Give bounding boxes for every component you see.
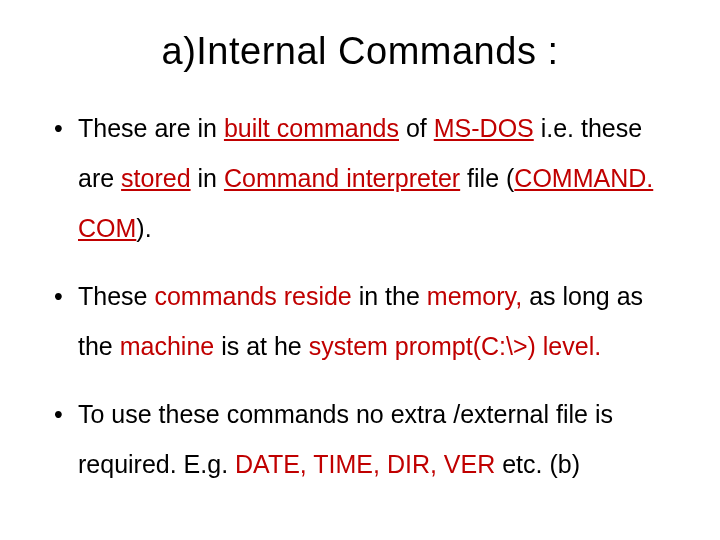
text: These: [78, 282, 154, 310]
text: in: [191, 164, 224, 192]
text-stored: stored: [121, 164, 190, 192]
text: These are in: [78, 114, 224, 142]
text-c-prompt: C:\>: [481, 332, 528, 360]
text: in the: [352, 282, 427, 310]
text-machine: machine: [120, 332, 215, 360]
text: ).: [136, 214, 151, 242]
slide-title: a)Internal Commands :: [50, 30, 670, 73]
text: of: [399, 114, 434, 142]
bullet-list: These are in built commands of MS-DOS i.…: [50, 103, 670, 489]
text-commands-reside: commands reside: [154, 282, 351, 310]
text-memory: memory,: [427, 282, 522, 310]
text-ms-dos: MS-DOS: [434, 114, 534, 142]
text: is at he: [214, 332, 309, 360]
text-level: level.: [543, 332, 601, 360]
bullet-3: To use these commands no extra /external…: [50, 389, 670, 489]
text: file (: [460, 164, 514, 192]
bullet-2: These commands reside in the memory, as …: [50, 271, 670, 371]
text-system-prompt: system prompt(: [309, 332, 481, 360]
text: ): [528, 332, 543, 360]
slide: a)Internal Commands : These are in built…: [0, 0, 720, 540]
bullet-1: These are in built commands of MS-DOS i.…: [50, 103, 670, 253]
text-built-commands: built commands: [224, 114, 399, 142]
text-command-interpreter: Command interpreter: [224, 164, 460, 192]
text-date-time-dir-ver: DATE, TIME, DIR, VER: [235, 450, 495, 478]
text: etc. (b): [495, 450, 580, 478]
